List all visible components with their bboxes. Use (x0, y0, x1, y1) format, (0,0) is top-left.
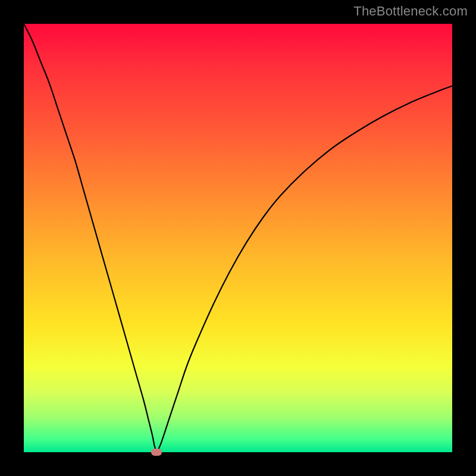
min-bottleneck-marker (151, 449, 162, 456)
bottleneck-curve (24, 24, 452, 452)
plot-area (24, 24, 452, 452)
chart-frame: TheBottleneck.com (0, 0, 476, 476)
watermark-text: TheBottleneck.com (353, 4, 468, 19)
